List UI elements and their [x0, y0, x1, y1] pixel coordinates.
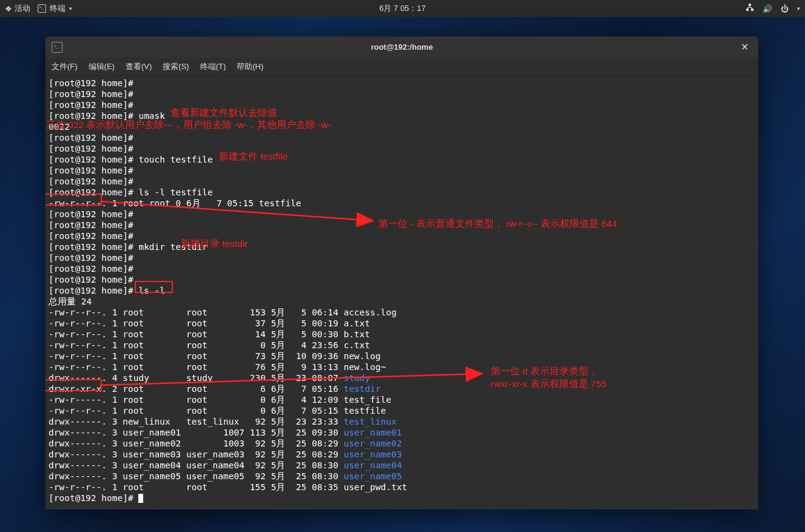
clock[interactable]: 6月 7 05：17	[379, 3, 426, 14]
gnome-topbar: ❖ 活动 终端 ▾ 6月 7 05：17 🔊 ⏻ ▾	[0, 0, 805, 17]
activities-icon: ❖	[5, 4, 12, 13]
menu-file[interactable]: 文件(F)	[52, 61, 78, 72]
svg-rect-1	[746, 8, 749, 11]
app-menu[interactable]: 终端 ▾	[38, 3, 72, 14]
menubar: 文件(F) 编辑(E) 查看(V) 搜索(S) 终端(T) 帮助(H)	[45, 58, 758, 76]
annotation: rwxr-xr-x 表示权限值是 755	[491, 379, 607, 389]
cursor	[138, 494, 143, 503]
svg-rect-2	[751, 8, 753, 11]
annotation: 第一位 d 表示目录类型，	[491, 366, 598, 377]
svg-rect-0	[749, 4, 751, 6]
svg-rect-4	[747, 7, 752, 8]
annotation: 后三位 022 表示默认用户去除---，用户组去除 -w-，其他用户去除 -w-	[45, 120, 331, 130]
window-titlebar[interactable]: root@192:/home ✕	[45, 36, 758, 58]
activities-label: 活动	[15, 3, 30, 14]
menu-help[interactable]: 帮助(H)	[237, 61, 263, 72]
chevron-down-icon: ▾	[797, 5, 800, 12]
menu-edit[interactable]: 编辑(E)	[89, 61, 115, 72]
activities-button[interactable]: ❖ 活动	[5, 3, 30, 14]
terminal-window: root@192:/home ✕ 文件(F) 编辑(E) 查看(V) 搜索(S)…	[45, 36, 758, 510]
power-icon[interactable]: ⏻	[781, 4, 789, 13]
menu-search[interactable]: 搜索(S)	[163, 61, 189, 72]
volume-icon[interactable]: 🔊	[763, 4, 772, 13]
terminal-icon	[38, 4, 46, 13]
network-icon[interactable]	[746, 4, 754, 14]
svg-rect-5	[747, 7, 748, 8]
svg-rect-6	[752, 7, 752, 8]
menu-terminal[interactable]: 终端(T)	[200, 61, 226, 72]
menu-view[interactable]: 查看(V)	[126, 61, 152, 72]
annotation: 查看新建文件默认去除值	[170, 107, 277, 118]
annotation: 新建文件 testfile	[219, 151, 288, 162]
annotation: 第一位 - 表示普通文件类型， rw-r--r-- 表示权限值是 644	[379, 218, 617, 229]
terminal-output[interactable]: [root@192 home]# [root@192 home]# [root@…	[45, 76, 758, 510]
chevron-down-icon: ▾	[69, 5, 72, 12]
window-title: root@192:/home	[371, 42, 433, 52]
app-name: 终端	[50, 3, 66, 14]
terminal-icon	[52, 42, 62, 53]
close-button[interactable]: ✕	[737, 40, 752, 54]
